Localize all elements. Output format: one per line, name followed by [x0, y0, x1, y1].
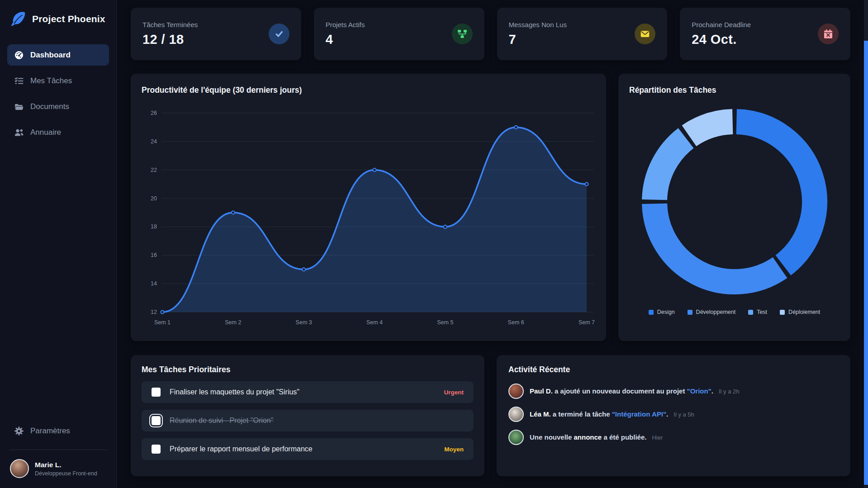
sidebar-item-dashboard[interactable]: Dashboard	[7, 44, 109, 66]
svg-text:Sem 6: Sem 6	[508, 319, 524, 326]
sidebar-nav: Dashboard Mes Tâches	[7, 44, 109, 143]
activity-time: Il y a 5h	[674, 411, 694, 418]
donut-segment-déploiement[interactable]	[689, 122, 732, 136]
user-role: Développeuse Front-end	[35, 470, 97, 477]
activity-item: Paul D. a ajouté un nouveau document au …	[508, 384, 839, 399]
stat-value: 4	[326, 32, 365, 47]
legend-swatch	[649, 310, 654, 315]
sidebar-item-mes-taches[interactable]: Mes Tâches	[7, 70, 109, 91]
legend-swatch	[688, 310, 693, 315]
feather-logo-icon	[10, 11, 26, 27]
main-content: Tâches Terminées 12 / 18 Projets Actifs …	[117, 0, 868, 488]
project-diagram-icon	[452, 24, 473, 44]
check-icon	[269, 24, 289, 44]
legend-swatch	[748, 310, 753, 315]
activity-link[interactable]: "Intégration API"	[612, 410, 666, 418]
sidebar: Project Phoenix Dashboard	[0, 0, 117, 488]
activity-actor: Paul D.	[530, 387, 553, 395]
sidebar-bottom: Paramètres Marie L. Développeuse Front-e…	[7, 420, 109, 478]
priority-badge: Urgent	[444, 389, 464, 396]
svg-text:Sem 5: Sem 5	[437, 319, 453, 326]
svg-text:Sem 3: Sem 3	[296, 319, 312, 326]
donut-segment-développement[interactable]	[655, 204, 780, 282]
sidebar-item-label: Mes Tâches	[30, 76, 72, 85]
line-chart-title: Productivité de l'équipe (30 derniers jo…	[142, 85, 595, 95]
user-name: Marie L.	[35, 461, 97, 469]
sidebar-item-label: Annuaire	[30, 128, 61, 137]
task-row[interactable]: Finaliser les maquettes du projet "Siriu…	[142, 381, 474, 403]
activity-list: Paul D. a ajouté un nouveau document au …	[508, 384, 839, 445]
recent-activity-card: Activité Récente Paul D. a ajouté un nou…	[497, 355, 850, 476]
user-profile[interactable]: Marie L. Développeuse Front-end	[7, 459, 109, 478]
stat-value: 7	[509, 32, 567, 47]
priority-badge: Moyen	[444, 446, 464, 453]
svg-text:20: 20	[151, 195, 157, 202]
stat-label: Projets Actifs	[326, 21, 365, 28]
calendar-x-icon	[818, 24, 839, 44]
donut-segment-design[interactable]	[736, 122, 815, 265]
activity-title: Activité Récente	[508, 365, 839, 374]
activity-time: Hier	[652, 434, 663, 441]
donut-segment-test[interactable]	[655, 138, 686, 199]
user-avatar	[10, 459, 29, 478]
sidebar-item-documents[interactable]: Documents	[7, 96, 109, 117]
list-check-icon	[14, 76, 24, 85]
stat-card-messages-non-lus: Messages Non Lus 7	[497, 8, 668, 60]
stat-label: Tâches Terminées	[142, 21, 198, 28]
sidebar-item-annuaire[interactable]: Annuaire	[7, 122, 109, 143]
task-label: Préparer le rapport mensuel de performan…	[170, 445, 313, 453]
svg-text:22: 22	[151, 167, 157, 173]
activity-text: a été publiée.	[602, 433, 646, 441]
task-checkbox[interactable]	[152, 445, 161, 454]
sidebar-item-label: Dashboard	[30, 51, 71, 60]
legend-swatch	[780, 310, 785, 315]
activity-prefix: Une nouvelle	[530, 433, 574, 441]
svg-text:24: 24	[151, 138, 157, 145]
svg-text:Sem 4: Sem 4	[366, 319, 383, 326]
bottom-row: Mes Tâches Prioritaires Finaliser les ma…	[131, 355, 850, 476]
users-icon	[14, 128, 24, 137]
task-distribution-card: Répartition des Tâches Design Développem…	[618, 74, 850, 341]
sidebar-item-parametres[interactable]: Paramètres	[7, 420, 109, 441]
legend-item-test[interactable]: Test	[748, 309, 767, 315]
task-checkbox[interactable]	[152, 388, 161, 397]
legend-label: Test	[757, 309, 767, 315]
donut-chart	[631, 101, 839, 303]
stat-value: 12 / 18	[142, 32, 198, 47]
svg-text:12: 12	[151, 309, 157, 315]
app-root: Project Phoenix Dashboard	[0, 0, 868, 488]
task-row[interactable]: Préparer le rapport mensuel de performan…	[142, 438, 474, 460]
activity-text: a ajouté un nouveau document au projet	[553, 387, 687, 395]
task-checkbox[interactable]	[152, 416, 161, 425]
activity-actor: annonce	[574, 433, 602, 441]
legend-label: Design	[657, 309, 675, 315]
task-row[interactable]: Réunion de suivi - Projet "Orion"	[142, 410, 474, 431]
svg-text:26: 26	[151, 110, 157, 116]
activity-link[interactable]: "Orion"	[687, 387, 711, 395]
legend-item-deploiement[interactable]: Déploiement	[780, 309, 820, 315]
activity-suffix: .	[711, 387, 713, 395]
avatar	[508, 430, 524, 445]
stats-row: Tâches Terminées 12 / 18 Projets Actifs …	[131, 8, 850, 60]
tasks-title: Mes Tâches Prioritaires	[142, 365, 474, 374]
stat-value: 24 Oct.	[692, 32, 751, 47]
task-label: Réunion de suivi - Projet "Orion"	[170, 417, 273, 425]
activity-actor: Léa M.	[530, 410, 551, 418]
brand: Project Phoenix	[7, 11, 109, 44]
scrollbar-thumb[interactable]	[864, 41, 868, 485]
line-chart: 1214161820222426Sem 1Sem 2Sem 3Sem 4Sem …	[142, 99, 595, 330]
legend-item-developpement[interactable]: Développement	[688, 309, 736, 315]
activity-time: Il y a 2h	[719, 388, 740, 395]
sidebar-item-label: Paramètres	[30, 426, 70, 436]
stat-label: Prochaine Deadline	[692, 21, 751, 28]
charts-row: Productivité de l'équipe (30 derniers jo…	[131, 74, 850, 341]
gauge-icon	[14, 50, 24, 60]
activity-suffix: .	[666, 410, 668, 418]
activity-item: Une nouvelle annonce a été publiée.Hier	[508, 430, 839, 445]
avatar	[508, 407, 524, 422]
legend-item-design[interactable]: Design	[649, 309, 675, 315]
scrollbar-track[interactable]	[864, 0, 868, 488]
stat-card-projets-actifs: Projets Actifs 4	[314, 8, 484, 60]
svg-text:14: 14	[151, 280, 157, 287]
svg-text:Sem 7: Sem 7	[579, 319, 595, 326]
